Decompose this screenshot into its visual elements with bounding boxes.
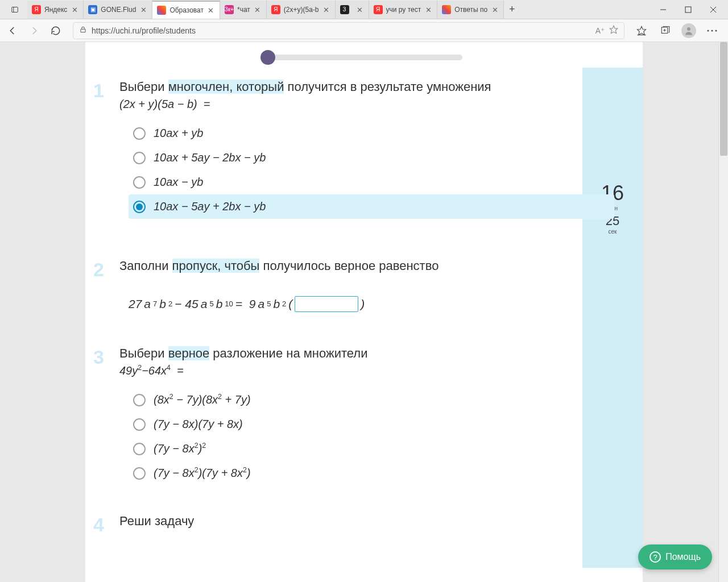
question-expression: (2x + y)(5a − b) = bbox=[102, 98, 614, 111]
close-icon[interactable]: ✕ bbox=[139, 6, 147, 14]
read-aloud-icon[interactable]: A⁺ bbox=[595, 26, 605, 35]
question-title-post: разложение на множители bbox=[209, 346, 367, 360]
url-text: https://uchi.ru/profile/students bbox=[92, 26, 196, 35]
question-title-highlight: верное bbox=[168, 346, 210, 360]
close-icon[interactable]: ✕ bbox=[254, 6, 262, 14]
option-2[interactable]: (7y − 8x)(7y + 8x) bbox=[129, 412, 614, 436]
radio-icon bbox=[133, 443, 146, 455]
collections-icon[interactable] bbox=[657, 23, 673, 39]
option-4-selected[interactable]: 10ax − 5ay + 2bx − yb bbox=[129, 194, 614, 219]
favorite-star-icon[interactable] bbox=[609, 25, 618, 36]
question-title-pre: Выбери bbox=[119, 346, 168, 360]
question-title-post: получится в результате умножения bbox=[284, 80, 491, 94]
equation: 27a7b2 − 45a5b10 = 9a5b2( ) bbox=[102, 273, 614, 312]
question-title-pre: Заполни bbox=[119, 259, 172, 273]
option-label: 10ax + 5ay − 2bx − yb bbox=[154, 151, 266, 164]
viewport: 16 мин 25 сек 1 Выбери многочлен, которы… bbox=[0, 42, 728, 582]
address-bar[interactable]: https://uchi.ru/profile/students A⁺ bbox=[73, 22, 624, 39]
progress-knob[interactable] bbox=[260, 50, 275, 65]
scrollbar-thumb[interactable] bbox=[720, 42, 727, 156]
minimize-button[interactable] bbox=[651, 1, 676, 19]
question-3: 3 Выбери верное разложение на множители … bbox=[85, 312, 643, 485]
radio-icon bbox=[133, 176, 146, 189]
svg-point-13 bbox=[687, 27, 690, 31]
option-label: 10ax + yb bbox=[154, 127, 203, 140]
question-title: Реши задачу bbox=[102, 514, 614, 529]
question-title-highlight: пропуск, чтобы bbox=[172, 259, 260, 273]
sidebar-toggle-icon[interactable] bbox=[2, 1, 27, 19]
option-label: (7y − 8x2)(7y + 8x2) bbox=[154, 467, 251, 480]
tab-label: Ответы по bbox=[454, 6, 487, 14]
option-2[interactable]: 10ax + 5ay − 2bx − yb bbox=[129, 146, 614, 170]
svg-rect-0 bbox=[12, 7, 18, 12]
tab-dark[interactable]: 3✕ bbox=[336, 1, 369, 19]
options-list: 10ax + yb 10ax + 5ay − 2bx − yb 10ax − y… bbox=[102, 111, 614, 219]
svg-point-16 bbox=[715, 30, 717, 31]
tab-label: Образоват bbox=[169, 6, 204, 14]
vertical-scrollbar[interactable] bbox=[718, 42, 728, 582]
tab-label: *чат bbox=[237, 6, 250, 14]
option-label: (7y − 8x2)2 bbox=[154, 442, 206, 455]
refresh-button[interactable] bbox=[48, 23, 64, 39]
question-title-pre: Выбери bbox=[119, 80, 168, 94]
forward-button[interactable] bbox=[26, 23, 42, 39]
option-3[interactable]: 10ax − yb bbox=[129, 170, 614, 194]
svg-marker-7 bbox=[610, 26, 617, 33]
question-number: 3 bbox=[93, 346, 104, 368]
title-bar: ЯЯндекс✕ ▣GONE.Flud✕ Образоват✕ 3к+*чат✕… bbox=[0, 0, 728, 19]
question-number: 2 bbox=[93, 259, 104, 281]
svg-rect-6 bbox=[81, 29, 85, 32]
tab-chat[interactable]: 3к+*чат✕ bbox=[220, 1, 267, 19]
tab-yandex[interactable]: ЯЯндекс✕ bbox=[27, 1, 84, 19]
question-title-post: получилось верное равенство bbox=[259, 259, 439, 273]
help-button[interactable]: ? Помощь bbox=[638, 544, 712, 569]
back-button[interactable] bbox=[5, 23, 20, 39]
profile-avatar[interactable] bbox=[681, 23, 696, 38]
question-number: 4 bbox=[93, 514, 104, 536]
option-label: (7y − 8x)(7y + 8x) bbox=[154, 418, 243, 431]
close-window-button[interactable] bbox=[701, 1, 726, 19]
tab-uchi-active[interactable]: Образоват✕ bbox=[152, 1, 220, 19]
close-icon[interactable]: ✕ bbox=[71, 6, 78, 14]
question-4: 4 Реши задачу bbox=[85, 485, 643, 529]
option-1[interactable]: (8x2 − 7y)(8x2 + 7y) bbox=[129, 388, 614, 412]
option-1[interactable]: 10ax + yb bbox=[129, 121, 614, 146]
tab-label: Яндекс bbox=[44, 6, 67, 14]
radio-icon bbox=[133, 418, 146, 431]
new-tab-button[interactable]: + bbox=[504, 3, 520, 15]
window-controls bbox=[651, 1, 726, 19]
question-title-highlight: многочлен, который bbox=[168, 80, 284, 94]
tab-label: (2x+y)(5a-b bbox=[284, 6, 319, 14]
tab-label: GONE.Flud bbox=[101, 6, 136, 14]
close-icon[interactable]: ✕ bbox=[424, 6, 432, 14]
help-icon: ? bbox=[650, 551, 661, 563]
close-icon[interactable]: ✕ bbox=[322, 6, 330, 14]
option-4[interactable]: (7y − 8x2)(7y + 8x2) bbox=[129, 461, 614, 485]
tab-gonefludd[interactable]: ▣GONE.Flud✕ bbox=[84, 1, 152, 19]
tab-answers[interactable]: Ответы по✕ bbox=[437, 1, 504, 19]
tab-2xy5ab[interactable]: Я(2x+y)(5a-b✕ bbox=[267, 1, 336, 19]
page-content: 16 мин 25 сек 1 Выбери многочлен, которы… bbox=[85, 42, 643, 582]
radio-icon bbox=[133, 152, 146, 164]
maximize-button[interactable] bbox=[676, 1, 701, 19]
favorites-icon[interactable] bbox=[634, 23, 650, 39]
option-label: 10ax − yb bbox=[154, 176, 203, 189]
close-icon[interactable]: ✕ bbox=[356, 6, 364, 14]
tab-uchi-test[interactable]: Яучи ру тест✕ bbox=[369, 1, 438, 19]
radio-icon bbox=[133, 467, 146, 480]
question-title: Выбери многочлен, который получится в ре… bbox=[102, 80, 614, 94]
more-icon[interactable] bbox=[704, 23, 720, 39]
close-icon[interactable]: ✕ bbox=[207, 6, 215, 14]
help-label: Помощь bbox=[665, 552, 701, 562]
blank-input[interactable] bbox=[295, 296, 358, 312]
option-label: 10ax − 5ay + 2bx − yb bbox=[154, 200, 266, 213]
options-list: (8x2 − 7y)(8x2 + 7y) (7y − 8x)(7y + 8x) … bbox=[102, 377, 614, 485]
tab-label: учи ру тест bbox=[386, 6, 421, 14]
svg-point-15 bbox=[711, 30, 713, 31]
radio-icon bbox=[133, 201, 146, 213]
tab-bar: ЯЯндекс✕ ▣GONE.Flud✕ Образоват✕ 3к+*чат✕… bbox=[27, 0, 651, 19]
lock-icon bbox=[79, 26, 87, 35]
close-icon[interactable]: ✕ bbox=[491, 6, 499, 14]
svg-rect-3 bbox=[685, 7, 691, 13]
option-3[interactable]: (7y − 8x2)2 bbox=[129, 436, 614, 461]
